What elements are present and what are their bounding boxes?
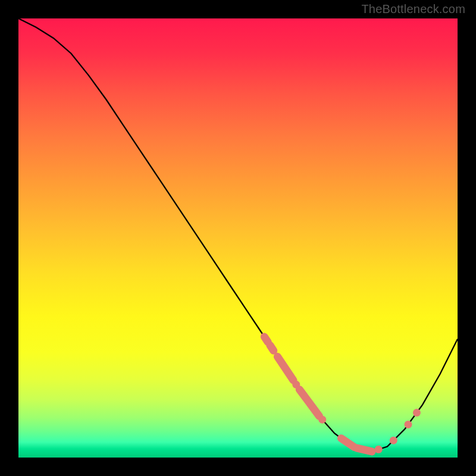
curve-marker <box>390 437 397 444</box>
curve-marker <box>413 409 421 416</box>
bottleneck-curve <box>18 18 458 452</box>
curve-marker-cluster <box>299 390 319 416</box>
curve-marker <box>405 421 412 428</box>
plot-area <box>18 18 458 458</box>
curve-marker-cluster <box>341 439 354 447</box>
chart-svg <box>18 18 458 458</box>
curve-marker <box>318 416 326 424</box>
curve-marker-cluster <box>357 448 372 452</box>
curve-marker-cluster <box>264 337 268 342</box>
curve-marker <box>375 446 383 453</box>
curve-marker-cluster <box>270 345 274 350</box>
curve-marker-cluster <box>277 356 293 380</box>
attribution-text: TheBottleneck.com <box>361 2 465 16</box>
